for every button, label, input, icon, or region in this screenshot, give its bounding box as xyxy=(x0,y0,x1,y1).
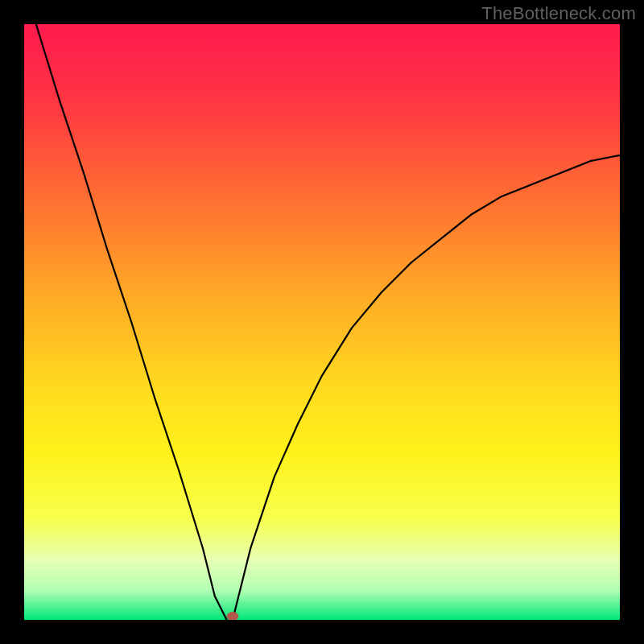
chart-svg xyxy=(24,24,620,620)
watermark-text: TheBottleneck.com xyxy=(481,3,636,24)
gradient-background xyxy=(24,24,620,620)
minimum-marker xyxy=(227,613,238,620)
plot-area xyxy=(24,24,620,620)
chart-frame: TheBottleneck.com xyxy=(0,0,644,644)
